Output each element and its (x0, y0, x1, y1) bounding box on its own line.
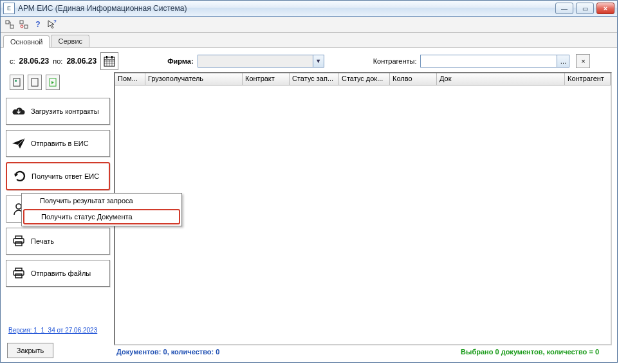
contragents-field[interactable]: … (420, 55, 569, 68)
get-response-button[interactable]: Получить ответ ЕИС (6, 162, 110, 190)
calendar-button[interactable] (100, 52, 118, 70)
col-contragent[interactable]: Контрагент (565, 73, 611, 85)
load-contracts-button[interactable]: Загрузить контракты (6, 98, 110, 125)
titlebar: E АРМ ЕИС (Единая Информационная Система… (1, 1, 617, 17)
status-left: Документов: 0, количество: 0 (116, 348, 219, 356)
col-pom[interactable]: Пом... (115, 73, 145, 85)
col-status-req[interactable]: Статус зап... (290, 73, 339, 85)
tool-icon-1[interactable] (5, 19, 15, 30)
maximize-button[interactable]: ▭ (576, 3, 594, 14)
firma-dropdown-icon[interactable]: ▼ (313, 55, 324, 67)
send-files-label: Отправить файлы (31, 269, 91, 277)
date-to-value[interactable]: 28.06.23 (66, 57, 97, 66)
svg-rect-22 (15, 242, 22, 246)
printer-icon (12, 234, 26, 248)
col-consignee[interactable]: Грузополучатель (145, 73, 243, 85)
send-eis-label: Отправить в ЕИС (31, 140, 89, 147)
close-button[interactable]: Закрыть (7, 343, 53, 358)
svg-rect-3 (24, 25, 28, 28)
contragents-browse-button[interactable]: … (557, 55, 569, 67)
col-doc[interactable]: Док (437, 73, 565, 85)
cursor-help-icon[interactable]: ? (47, 19, 57, 30)
ctx-get-doc-status[interactable]: Получить статус Документа (23, 209, 180, 224)
cloud-download-icon (12, 104, 26, 118)
svg-rect-1 (10, 25, 14, 28)
printer-icon-2 (12, 266, 26, 280)
svg-rect-15 (14, 78, 20, 86)
print-label: Печать (31, 237, 54, 245)
grid-header: Пом... Грузополучатель Контракт Статус з… (115, 73, 611, 86)
firma-value (198, 55, 313, 67)
col-contract[interactable]: Контракт (243, 73, 290, 85)
window-title: АРМ ЕИС (Единая Информационная Система) (18, 4, 555, 13)
contragents-clear-button[interactable]: × (576, 54, 590, 68)
calendar-icon (103, 55, 116, 68)
sidebar-mini-row (10, 75, 110, 90)
svg-rect-0 (6, 21, 9, 24)
tool-icon-2[interactable] (19, 19, 29, 30)
mini-btn-3[interactable] (46, 75, 60, 90)
app-icon: E (3, 3, 15, 14)
minimize-button[interactable]: — (555, 3, 573, 14)
date-from-value[interactable]: 28.06.23 (19, 57, 50, 66)
col-status-doc[interactable]: Статус док... (339, 73, 390, 85)
paper-plane-icon (12, 136, 26, 150)
app-window: E АРМ ЕИС (Единая Информационная Система… (0, 0, 618, 363)
tab-main[interactable]: Основной (3, 35, 50, 48)
contragents-label: Контрагенты: (373, 57, 417, 65)
print-button[interactable]: Печать (6, 228, 110, 255)
window-buttons: — ▭ × (555, 3, 614, 14)
mini-btn-1[interactable] (10, 75, 24, 90)
date-to-label: по: (53, 57, 62, 65)
status-right: Выбрано 0 документов, количество = 0 (461, 348, 599, 356)
mini-btn-2[interactable] (28, 75, 42, 90)
contragents-input[interactable] (421, 57, 557, 65)
status-bar: Документов: 0, количество: 0 Выбрано 0 д… (114, 345, 612, 358)
load-contracts-label: Загрузить контракты (31, 107, 99, 115)
top-toolbar: ? ? (1, 17, 617, 33)
help-icon[interactable]: ? (33, 19, 43, 30)
svg-rect-17 (32, 78, 38, 86)
get-response-label: Получить ответ ЕИС (32, 172, 99, 180)
date-from-label: с: (10, 57, 15, 65)
filter-row: с: 28.06.23 по: 28.06.23 Фирма: (6, 50, 612, 72)
ctx-get-request-result[interactable]: Получить результат запроса (22, 194, 181, 208)
svg-rect-25 (15, 274, 22, 278)
data-grid[interactable]: Пом... Грузополучатель Контракт Статус з… (114, 72, 612, 345)
svg-text:?: ? (53, 19, 57, 24)
firma-combo[interactable]: ▼ (198, 55, 324, 68)
tab-service[interactable]: Сервис (51, 35, 89, 47)
firma-label: Фирма: (167, 57, 194, 65)
grid-shell: Пом... Грузополучатель Контракт Статус з… (114, 72, 612, 358)
svg-rect-2 (20, 21, 23, 24)
undo-icon (12, 169, 26, 183)
tab-bar: Основной Сервис (1, 33, 617, 48)
send-eis-button[interactable]: Отправить в ЕИС (6, 130, 110, 157)
svg-point-4 (21, 25, 23, 28)
col-qty[interactable]: Колво (390, 73, 437, 85)
close-window-button[interactable]: × (596, 3, 614, 14)
context-menu: Получить результат запроса Получить стат… (21, 193, 182, 226)
send-files-button[interactable]: Отправить файлы (6, 260, 110, 287)
svg-rect-16 (15, 80, 17, 82)
version-link[interactable]: Версия: 1_1_34 от 27.06.2023 (6, 324, 110, 336)
svg-point-19 (16, 204, 21, 209)
